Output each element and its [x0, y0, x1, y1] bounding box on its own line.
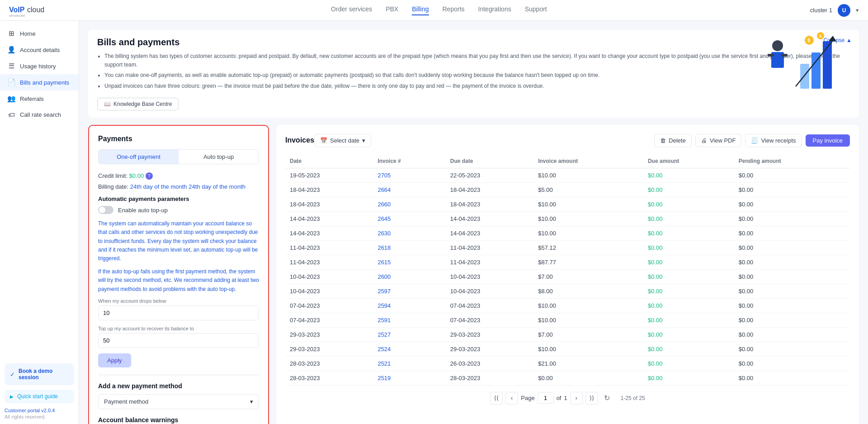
table-row[interactable]: 28-03-2023 2521 26-03-2023 $21.00 $0.00 … [285, 356, 850, 371]
tab-auto-topup[interactable]: Auto top-up [179, 150, 259, 164]
table-row[interactable]: 07-04-2023 2594 07-04-2023 $10.00 $0.00 … [285, 298, 850, 313]
nav-links: Order services PBX Billing Reports Integ… [68, 5, 810, 15]
cell-due-date: 29-03-2023 [446, 327, 533, 342]
cell-amount: $21.00 [533, 356, 643, 371]
cell-invoice: 2521 [373, 356, 445, 371]
cell-amount: $10.00 [533, 342, 643, 356]
help-icon[interactable]: ? [146, 172, 153, 180]
cell-pending: $0.00 [734, 269, 850, 284]
nav-order-services[interactable]: Order services [331, 5, 372, 15]
table-row[interactable]: 29-03-2023 2527 29-03-2023 $7.00 $0.00 $… [285, 327, 850, 342]
table-row[interactable]: 29-03-2023 2524 29-03-2023 $10.00 $0.00 … [285, 342, 850, 356]
table-row[interactable]: 28-03-2023 2519 28-03-2023 $0.00 $0.00 $… [285, 371, 850, 385]
next-page-button[interactable]: › [570, 392, 583, 405]
table-row[interactable]: 14-04-2023 2645 14-04-2023 $10.00 $0.00 … [285, 211, 850, 226]
usage-icon: ☰ [7, 62, 15, 70]
view-pdf-button[interactable]: 🖨 View PDF [695, 134, 742, 147]
last-page-button[interactable]: ⟩⟩ [585, 392, 598, 405]
cell-invoice: 2645 [373, 211, 445, 226]
nav-support[interactable]: Support [525, 5, 547, 15]
cell-pending: $0.00 [734, 182, 850, 197]
first-page-button[interactable]: ⟨⟨ [490, 392, 503, 405]
prev-page-button[interactable]: ‹ [505, 392, 518, 405]
cell-amount: $10.00 [533, 298, 643, 313]
page-number-input[interactable] [538, 392, 554, 404]
callrate-icon: 🏷 [7, 111, 15, 119]
account-icon: 👤 [7, 46, 15, 54]
refresh-button[interactable]: ↻ [601, 392, 613, 405]
tab-one-off[interactable]: One-off payment [99, 150, 179, 164]
drop-below-input[interactable] [98, 305, 259, 320]
logo: VoIP cloud wholesale [9, 2, 50, 19]
nav-billing[interactable]: Billing [412, 5, 429, 15]
cell-due-amount: $0.00 [643, 284, 734, 298]
svg-rect-10 [768, 54, 774, 57]
cell-due-date: 07-04-2023 [446, 313, 533, 327]
table-row[interactable]: 10-04-2023 2600 10-04-2023 $7.00 $0.00 $… [285, 269, 850, 284]
table-row[interactable]: 10-04-2023 2597 10-04-2023 $8.00 $0.00 $… [285, 284, 850, 298]
cell-invoice: 2630 [373, 226, 445, 240]
cell-amount: $10.00 [533, 226, 643, 240]
sidebar-item-bills[interactable]: 📄 Bills and payments [0, 74, 79, 91]
select-date-label: Select date [330, 137, 359, 144]
select-date-button[interactable]: 📅 Select date ▾ [314, 134, 371, 147]
recover-to-input[interactable] [98, 333, 259, 348]
cell-due-date: 07-04-2023 [446, 298, 533, 313]
cell-date: 18-04-2023 [285, 197, 373, 211]
billing-date-row: Billing date: 24th day of the month 24th… [98, 183, 259, 190]
col-invoice: Invoice # [373, 154, 445, 168]
apply-button[interactable]: Apply [98, 353, 131, 367]
cell-date: 14-04-2023 [285, 226, 373, 240]
view-receipts-label: View receipts [761, 137, 796, 144]
add-payment-title: Add a new payment method [98, 382, 259, 390]
billing-date-display: 24th day of the month [189, 183, 245, 190]
cell-due-amount: $0.00 [643, 313, 734, 327]
table-row[interactable]: 14-04-2023 2630 14-04-2023 $10.00 $0.00 … [285, 226, 850, 240]
demo-card[interactable]: ✓ Book a demo session [5, 363, 74, 385]
col-due-date: Due date [446, 154, 533, 168]
svg-text:$: $ [819, 34, 821, 38]
cell-pending: $0.00 [734, 284, 850, 298]
sidebar-item-home[interactable]: ⊞ Home [0, 25, 79, 42]
cell-due-amount: $0.00 [643, 255, 734, 269]
home-icon: ⊞ [7, 29, 15, 38]
sidebar-item-referrals[interactable]: 👥 Referrals [0, 91, 79, 107]
credit-limit-value-display: $0.00 [129, 172, 146, 179]
total-pages: 1 [564, 395, 567, 401]
cell-due-date: 18-04-2023 [446, 182, 533, 197]
sidebar-item-account[interactable]: 👤 Account details [0, 42, 79, 58]
table-row[interactable]: 18-04-2023 2660 18-04-2023 $10.00 $0.00 … [285, 197, 850, 211]
payment-method-select[interactable]: Payment method ▾ [98, 394, 259, 409]
nav-reports[interactable]: Reports [443, 5, 465, 15]
nav-pbx[interactable]: PBX [386, 5, 398, 15]
view-receipts-button[interactable]: 🧾 View receipts [745, 134, 802, 147]
nav-integrations[interactable]: Integrations [478, 5, 511, 15]
cell-date: 11-04-2023 [285, 240, 373, 255]
sidebar-item-callrate[interactable]: 🏷 Call rate search [0, 107, 79, 123]
quick-start-card[interactable]: ▶ Quick start guide [5, 390, 74, 403]
sidebar-item-label: Call rate search [20, 111, 61, 118]
cell-due-amount: $0.00 [643, 298, 734, 313]
table-row[interactable]: 11-04-2023 2615 11-04-2023 $87.77 $0.00 … [285, 255, 850, 269]
cell-date: 11-04-2023 [285, 255, 373, 269]
table-row[interactable]: 07-04-2023 2591 07-04-2023 $10.00 $0.00 … [285, 313, 850, 327]
avatar[interactable]: U [838, 4, 850, 17]
cluster-label: cluster 1 [810, 7, 832, 14]
table-row[interactable]: 11-04-2023 2618 11-04-2023 $57.12 $0.00 … [285, 240, 850, 255]
credit-limit-label: Credit limit: [98, 172, 127, 179]
kb-button[interactable]: 📖 Knowledge Base Centre [97, 98, 179, 110]
kb-button-label: Knowledge Base Centre [113, 101, 172, 107]
cell-due-amount: $0.00 [643, 327, 734, 342]
cell-due-amount: $0.00 [643, 197, 734, 211]
pay-invoice-button[interactable]: Pay invoice [806, 134, 850, 147]
table-row[interactable]: 19-05-2023 2705 22-05-2023 $10.00 $0.00 … [285, 168, 850, 182]
main-content: Bills and payments The billing system ha… [79, 21, 868, 424]
cell-pending: $0.00 [734, 313, 850, 327]
delete-button[interactable]: 🗑 Delete [654, 134, 692, 147]
auto-topup-toggle[interactable] [98, 206, 113, 214]
table-row[interactable]: 18-04-2023 2664 18-04-2023 $5.00 $0.00 $… [285, 182, 850, 197]
sidebar-item-label: Usage history [20, 63, 56, 70]
cell-pending: $0.00 [734, 298, 850, 313]
sidebar-item-usage[interactable]: ☰ Usage history [0, 58, 79, 74]
cell-due-date: 28-03-2023 [446, 371, 533, 385]
